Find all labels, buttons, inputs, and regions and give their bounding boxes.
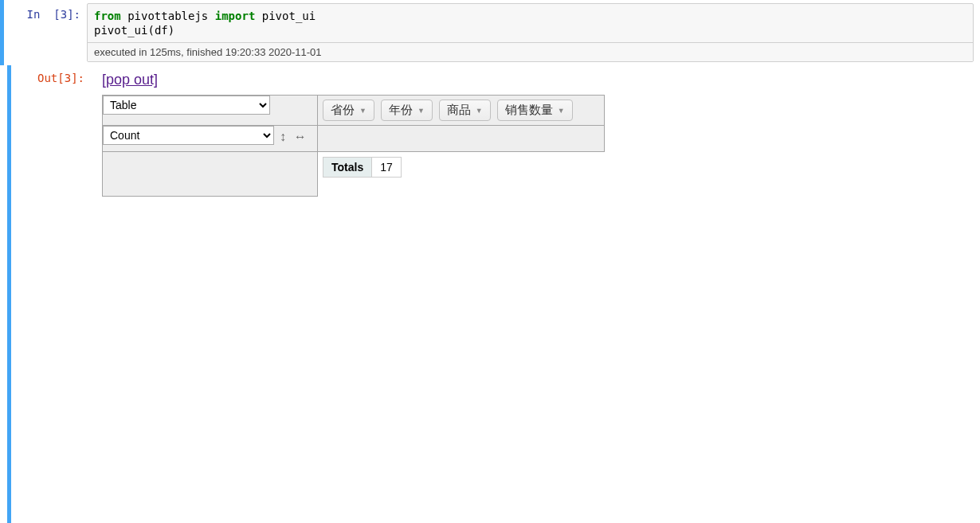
attr-pill-product[interactable]: 商品▼ (439, 100, 491, 121)
execution-info: executed in 125ms, finished 19:20:33 202… (88, 42, 973, 61)
chevron-down-icon: ▼ (476, 107, 483, 115)
output-prompt: Out[3]: (11, 65, 91, 523)
pivot-ui: Table 省份▼ 年份▼ 商品▼ 销售数量▼ (91, 95, 980, 197)
totals-header: Totals (323, 158, 372, 178)
attr-label: 年份 (389, 103, 413, 118)
cols-drop-zone[interactable] (318, 126, 605, 152)
call-arg: df (155, 24, 168, 37)
renderer-select[interactable]: Table (103, 96, 270, 115)
attr-pill-province[interactable]: 省份▼ (323, 100, 374, 121)
pivot-data-inner: Totals 17 (318, 152, 605, 182)
call-name: pivot_ui (94, 24, 147, 37)
totals-value: 17 (372, 158, 402, 178)
pivot-result-table: Totals 17 (323, 157, 402, 178)
aggregator-select[interactable]: Count (103, 126, 274, 145)
popout-link[interactable]: [pop out] (91, 72, 158, 88)
sort-horiz-icon[interactable]: ↔ (294, 130, 307, 144)
renderer-cell: Table (103, 96, 318, 126)
chevron-down-icon: ▼ (359, 107, 367, 115)
code-body[interactable]: from pivottablejs import pivot_ui pivot_… (88, 4, 973, 42)
pivot-data-cell: Totals 17 (318, 152, 605, 197)
pivot-layout-table: Table 省份▼ 年份▼ 商品▼ 销售数量▼ (102, 95, 605, 197)
sort-vert-icon[interactable]: ↕ (280, 130, 286, 144)
paren-open: ( (147, 24, 154, 37)
output-body: [pop out] Table 省份▼ (91, 65, 980, 523)
chevron-down-icon: ▼ (558, 107, 565, 115)
cols-drop-row[interactable] (318, 126, 604, 151)
attr-label: 省份 (331, 103, 355, 118)
input-prompt: In [3]: (7, 3, 87, 62)
unused-attrs-cell[interactable]: 省份▼ 年份▼ 商品▼ 销售数量▼ (318, 96, 605, 126)
rows-drop-row[interactable] (103, 152, 317, 196)
output-cell: Out[3]: [pop out] Table (0, 65, 980, 523)
keyword-from: from (94, 10, 121, 22)
module-name: pivottablejs (121, 10, 215, 22)
aggregator-cell: Count ↕ ↔ (103, 126, 318, 152)
keyword-import: import (215, 10, 256, 22)
attr-pill-sales[interactable]: 销售数量▼ (497, 100, 573, 121)
paren-close: ) (168, 24, 174, 37)
attr-label: 销售数量 (505, 103, 553, 118)
notebook-page: In [3]: from pivottablejs import pivot_u… (0, 0, 980, 523)
rows-drop-zone[interactable] (103, 152, 318, 197)
unused-attrs-row[interactable]: 省份▼ 年份▼ 商品▼ 销售数量▼ (318, 96, 604, 125)
import-name: pivot_ui (255, 10, 316, 22)
code-area[interactable]: from pivottablejs import pivot_ui pivot_… (87, 3, 974, 62)
input-cell: In [3]: from pivottablejs import pivot_u… (0, 0, 980, 65)
attr-pill-year[interactable]: 年份▼ (381, 100, 433, 121)
attr-label: 商品 (447, 103, 471, 118)
chevron-down-icon: ▼ (417, 107, 425, 115)
cell-content: In [3]: from pivottablejs import pivot_u… (4, 0, 980, 65)
